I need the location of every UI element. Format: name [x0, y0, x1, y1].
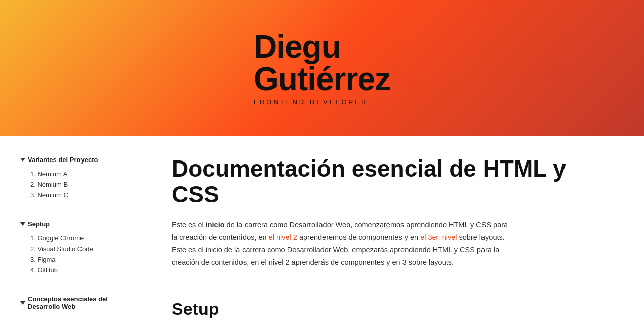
- list-item[interactable]: 3. Nemium C: [30, 190, 131, 200]
- sidebar-list-variantes: 1. Nemium A 2. Nemium B 3. Nemium C: [20, 169, 131, 200]
- link-nivel2[interactable]: el nivel 2: [269, 233, 297, 242]
- list-item[interactable]: 1. Nemium A: [30, 169, 131, 179]
- list-item[interactable]: 1. Goggle Chrome: [30, 233, 131, 244]
- list-item[interactable]: 2. Nemium B: [30, 179, 131, 190]
- list-item[interactable]: 4. GitHub: [30, 265, 131, 275]
- sidebar-section-title-variantes[interactable]: Variantes del Proyecto: [20, 156, 131, 164]
- sidebar: Variantes del Proyecto 1. Nemium A 2. Ne…: [0, 156, 141, 322]
- collapse-icon-septup: [20, 222, 25, 226]
- page-title: Documentación esencial de HTML y CSS: [172, 156, 604, 207]
- sidebar-section-title-septup[interactable]: Septup: [20, 220, 131, 228]
- content-body-text: Este es el inicio de la carrera como Des…: [172, 219, 514, 269]
- sidebar-section-variantes: Variantes del Proyecto 1. Nemium A 2. Ne…: [20, 156, 131, 200]
- list-item[interactable]: 2. Visual Studio Code: [30, 244, 131, 254]
- collapse-icon-conceptos: [20, 301, 25, 305]
- collapse-icon-variantes: [20, 158, 25, 162]
- hero-subtitle: Frontend Developer: [254, 98, 390, 106]
- main-layout: Variantes del Proyecto 1. Nemium A 2. Ne…: [0, 136, 644, 322]
- main-content: Documentación esencial de HTML y CSS Est…: [141, 156, 644, 322]
- hero-section: Diegu Gutiérrez Frontend Developer: [0, 0, 644, 136]
- hero-name: Diegu Gutiérrez: [254, 31, 390, 95]
- section-title-setup: Setup: [172, 299, 604, 319]
- hero-content: Diegu Gutiérrez Frontend Developer: [254, 31, 390, 106]
- sidebar-list-septup: 1. Goggle Chrome 2. Visual Studio Code 3…: [20, 233, 131, 275]
- sidebar-section-septup: Septup 1. Goggle Chrome 2. Visual Studio…: [20, 220, 131, 275]
- section-divider: [172, 285, 514, 285]
- sidebar-section-title-conceptos[interactable]: Conceptos esenciales del Desarrollo Web: [20, 295, 131, 310]
- list-item[interactable]: 3. Figma: [30, 254, 131, 265]
- link-nivel3[interactable]: el 3er. nivel: [420, 233, 457, 242]
- sidebar-section-conceptos: Conceptos esenciales del Desarrollo Web: [20, 295, 131, 310]
